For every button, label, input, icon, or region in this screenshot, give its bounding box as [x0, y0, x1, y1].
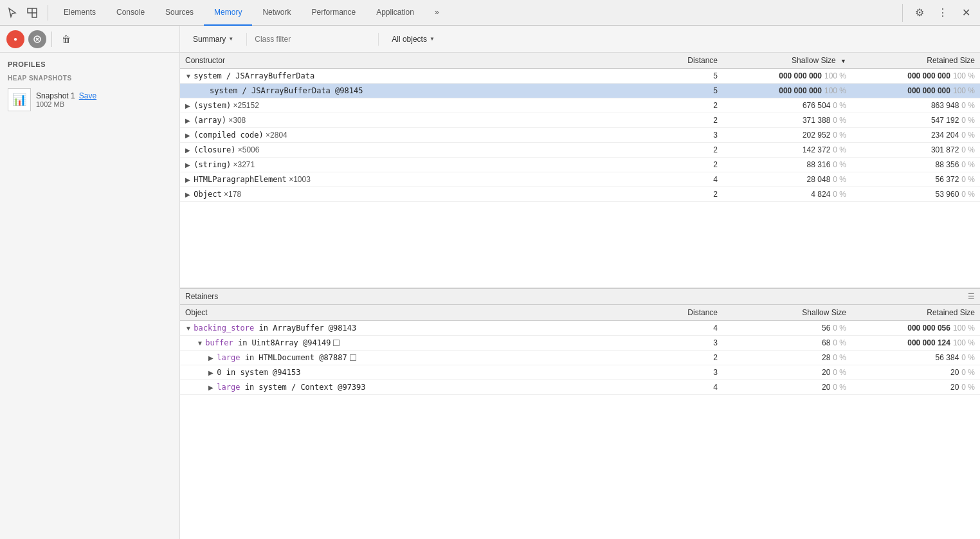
tab-elements[interactable]: Elements	[53, 0, 106, 26]
col-retained[interactable]: Retained Size	[851, 53, 980, 69]
retainers-scroll-icon: ☰	[968, 292, 975, 301]
shallow-cell: 142 3720 %	[723, 143, 851, 158]
col-distance[interactable]: Distance	[671, 53, 723, 69]
col-constructor[interactable]: Constructor	[180, 53, 671, 69]
shallow-cell: 676 5040 %	[723, 98, 851, 113]
stop-button[interactable]	[28, 30, 46, 48]
distance-cell: 4	[671, 172, 723, 187]
retained-cell: 56 3720 %	[851, 172, 980, 187]
table-row[interactable]: ▶ HTMLParagraphElement ×1003428 0480 %56…	[180, 172, 980, 187]
constructor-cell: system / JSArrayBufferData @98145	[180, 84, 671, 98]
tab-sources[interactable]: Sources	[155, 0, 204, 26]
col-shallow[interactable]: Shallow Size ▼	[723, 53, 851, 69]
class-filter-input[interactable]	[255, 35, 370, 44]
inspect-icon[interactable]	[24, 5, 40, 21]
tab-console[interactable]: Console	[106, 0, 155, 26]
constructor-cell: ▶ HTMLParagraphElement ×1003	[180, 172, 671, 187]
constructor-cell: ▶ (array) ×308	[180, 113, 671, 128]
snapshot-save-link[interactable]: Save	[79, 91, 96, 100]
snapshot-name-text: Snapshot 1	[36, 91, 75, 100]
retained-cell: 301 8720 %	[851, 143, 980, 158]
table-row[interactable]: ▶ (closure) ×50062142 3720 %301 8720 %	[180, 143, 980, 158]
ret-col-shallow[interactable]: Shallow Size	[723, 305, 851, 321]
main-table-container[interactable]: Constructor Distance Shallow Size ▼ Reta…	[180, 53, 980, 288]
ret-retained-cell: 200 %	[851, 379, 980, 394]
table-row[interactable]: ▶ large in system / Context @973934200 %…	[180, 379, 980, 394]
table-row[interactable]: ▼ system / JSArrayBufferData5000 000 000…	[180, 69, 980, 84]
expand-arrow[interactable]: ▶	[185, 132, 192, 139]
all-objects-dropdown[interactable]: All objects ▼	[386, 32, 440, 46]
table-row[interactable]: ▼ backing_store in ArrayBuffer @98143456…	[180, 320, 980, 335]
shallow-cell: 202 9520 %	[723, 128, 851, 143]
snapshot-name: Snapshot 1 Save	[36, 91, 96, 100]
constructor-cell: ▼ system / JSArrayBufferData	[180, 69, 671, 84]
distance-cell: 3	[671, 128, 723, 143]
table-row[interactable]: ▶ 0 in system @941533200 %200 %	[180, 365, 980, 379]
summary-dropdown[interactable]: Summary ▼	[188, 32, 239, 46]
ret-retained-cell: 000 000 056100 %	[851, 320, 980, 335]
expand-arrow[interactable]: ▶	[185, 161, 192, 169]
table-row[interactable]: system / JSArrayBufferData @981455000 00…	[180, 84, 980, 98]
ret-col-distance[interactable]: Distance	[671, 305, 723, 321]
filter-divider-1	[246, 33, 247, 46]
table-row[interactable]: ▼ buffer in Uint8Array @941493680 %000 0…	[180, 335, 980, 350]
tab-application[interactable]: Application	[366, 0, 424, 26]
ret-distance-cell: 4	[671, 379, 723, 394]
tab-memory[interactable]: Memory	[204, 0, 252, 26]
table-row[interactable]: ▶ (string) ×3271288 3160 %88 3560 %	[180, 158, 980, 172]
shallow-cell: 000 000 000100 %	[723, 84, 851, 98]
expand-arrow[interactable]: ▶	[185, 191, 192, 198]
table-row[interactable]: ▶ (array) ×3082371 3880 %547 1920 %	[180, 113, 980, 128]
distance-cell: 2	[671, 113, 723, 128]
expand-arrow[interactable]: ▶	[185, 176, 192, 183]
tab-network[interactable]: Network	[252, 0, 301, 26]
distance-cell: 2	[671, 187, 723, 202]
ret-col-object[interactable]: Object	[180, 305, 671, 321]
ret-retained-cell: 000 000 124100 %	[851, 335, 980, 350]
expand-arrow[interactable]: ▼	[185, 73, 192, 80]
ret-col-retained[interactable]: Retained Size	[851, 305, 980, 321]
retainers-table-container[interactable]: Object Distance Shallow Size Retained Si…	[180, 305, 980, 540]
summary-dropdown-arrow: ▼	[228, 36, 233, 42]
summary-label: Summary	[193, 35, 226, 44]
ret-shallow-cell: 280 %	[723, 350, 851, 365]
sidebar: ● 🗑 Profiles HEAP SNAPSHOTS 📊 Snapshot 1…	[0, 26, 180, 539]
filter-divider-2	[378, 33, 379, 46]
expand-arrow[interactable]: ▶	[185, 102, 192, 109]
table-row[interactable]: ▶ (system) ×251522676 5040 %863 9480 %	[180, 98, 980, 113]
table-row[interactable]: ▶ large in HTMLDocument @878872280 %56 3…	[180, 350, 980, 365]
ret-shallow-cell: 560 %	[723, 320, 851, 335]
settings-button[interactable]: ⚙	[911, 4, 929, 22]
nav-right-controls: ⚙ ⋮ ✕	[902, 4, 975, 22]
shallow-cell: 88 3160 %	[723, 158, 851, 172]
tab-performance[interactable]: Performance	[301, 0, 366, 26]
snapshot-item[interactable]: 📊 Snapshot 1 Save 1002 MB	[0, 84, 179, 115]
retainer-object-cell: ▶ large in HTMLDocument @87887	[180, 350, 671, 365]
shallow-cell: 4 8240 %	[723, 187, 851, 202]
distance-cell: 5	[671, 84, 723, 98]
top-nav: Elements Console Sources Memory Network …	[0, 0, 980, 26]
expand-arrow[interactable]: ▶	[185, 117, 192, 124]
ret-distance-cell: 3	[671, 335, 723, 350]
constructor-cell: ▶ (string) ×3271	[180, 158, 671, 172]
expand-arrow[interactable]: ▶	[185, 147, 192, 154]
retainer-object-cell: ▼ backing_store in ArrayBuffer @98143	[180, 320, 671, 335]
snapshot-info: Snapshot 1 Save 1002 MB	[36, 91, 96, 108]
retainer-object-cell: ▶ 0 in system @94153	[180, 365, 671, 379]
table-row[interactable]: ▶ (compiled code) ×28043202 9520 %234 20…	[180, 128, 980, 143]
cursor-icon[interactable]	[5, 5, 21, 21]
ret-distance-cell: 2	[671, 350, 723, 365]
ret-retained-cell: 56 3840 %	[851, 350, 980, 365]
table-row[interactable]: ▶ Object ×17824 8240 %53 9600 %	[180, 187, 980, 202]
profiles-title: Profiles	[0, 53, 179, 71]
more-menu-button[interactable]: ⋮	[934, 4, 952, 22]
close-button[interactable]: ✕	[957, 4, 975, 22]
distance-cell: 5	[671, 69, 723, 84]
retainers-table: Object Distance Shallow Size Retained Si…	[180, 305, 980, 395]
retained-cell: 88 3560 %	[851, 158, 980, 172]
record-button[interactable]: ●	[6, 30, 24, 48]
content-toolbar: Summary ▼ All objects ▼	[180, 26, 980, 53]
tab-more[interactable]: »	[424, 0, 449, 26]
delete-button[interactable]: 🗑	[57, 30, 75, 48]
ret-shallow-cell: 200 %	[723, 379, 851, 394]
